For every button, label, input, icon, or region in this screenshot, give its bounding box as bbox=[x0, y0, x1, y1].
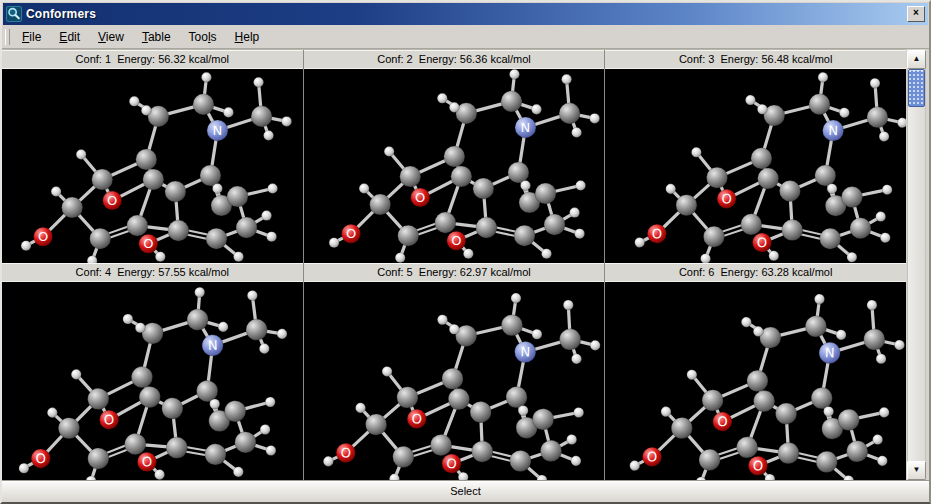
svg-text:O: O bbox=[757, 235, 768, 250]
conformer-panel-2: Conf: 2 Energy: 56.36 kcal/molNOOO bbox=[304, 50, 605, 263]
svg-text:O: O bbox=[35, 451, 46, 466]
magnifier-app-icon bbox=[6, 6, 22, 22]
conformer-view-1[interactable]: NOOO bbox=[2, 69, 303, 263]
svg-text:O: O bbox=[753, 458, 764, 473]
conformer-view-3[interactable]: NOOO bbox=[605, 69, 906, 263]
conformer-view-6[interactable]: NOOO bbox=[605, 282, 906, 480]
conformer-panel-1: Conf: 1 Energy: 56.32 kcal/molNOOO bbox=[2, 50, 303, 263]
conformer-header-2: Conf: 2 Energy: 56.36 kcal/mol bbox=[304, 50, 605, 69]
svg-text:N: N bbox=[520, 120, 530, 135]
svg-text:O: O bbox=[142, 454, 153, 469]
molecule-render-5: NOOO bbox=[304, 282, 605, 480]
scrollbar-track[interactable] bbox=[907, 69, 926, 461]
conformer-grid: Conf: 1 Energy: 56.32 kcal/molNOOOConf: … bbox=[2, 49, 906, 480]
svg-text:O: O bbox=[717, 414, 728, 429]
svg-text:O: O bbox=[411, 411, 422, 426]
conformer-header-6: Conf: 6 Energy: 63.28 kcal/mol bbox=[605, 263, 906, 282]
menu-item-table[interactable]: Table bbox=[133, 27, 180, 47]
conformer-panel-6: Conf: 6 Energy: 63.28 kcal/molNOOO bbox=[605, 263, 906, 480]
svg-text:N: N bbox=[208, 338, 218, 353]
status-bar: Select bbox=[2, 480, 929, 503]
vertical-scrollbar[interactable]: ▲ ▼ bbox=[907, 50, 926, 480]
svg-text:O: O bbox=[652, 226, 663, 241]
title-bar[interactable]: Conformers × bbox=[3, 3, 928, 25]
conformer-panel-5: Conf: 5 Energy: 62.97 kcal/molNOOO bbox=[304, 263, 605, 480]
conformer-panel-3: Conf: 3 Energy: 56.48 kcal/molNOOO bbox=[605, 50, 906, 263]
scroll-down-button[interactable]: ▼ bbox=[907, 461, 926, 480]
menu-bar: FileEditViewTableToolsHelp bbox=[2, 25, 929, 49]
svg-text:O: O bbox=[143, 236, 153, 251]
conformer-view-4[interactable]: NOOO bbox=[2, 282, 303, 480]
molecule-render-3: NOOO bbox=[605, 69, 906, 263]
menu-item-help[interactable]: Help bbox=[226, 27, 269, 47]
menu-item-file[interactable]: File bbox=[13, 27, 50, 47]
svg-text:O: O bbox=[346, 226, 356, 241]
svg-text:O: O bbox=[647, 449, 658, 464]
svg-text:O: O bbox=[722, 191, 733, 206]
molecule-render-2: NOOO bbox=[304, 69, 605, 263]
conformer-header-4: Conf: 4 Energy: 57.55 kcal/mol bbox=[2, 263, 303, 282]
molecule-render-4: NOOO bbox=[2, 282, 303, 480]
svg-text:N: N bbox=[213, 123, 223, 138]
main-area: Conf: 1 Energy: 56.32 kcal/molNOOOConf: … bbox=[2, 49, 929, 480]
menu-item-edit[interactable]: Edit bbox=[50, 27, 89, 47]
molecule-render-1: NOOO bbox=[2, 69, 303, 263]
conformer-panel-4: Conf: 4 Energy: 57.55 kcal/molNOOO bbox=[2, 263, 303, 480]
conformer-header-3: Conf: 3 Energy: 56.48 kcal/mol bbox=[605, 50, 906, 69]
conformer-view-5[interactable]: NOOO bbox=[304, 282, 605, 480]
svg-text:N: N bbox=[825, 345, 835, 360]
svg-text:N: N bbox=[828, 123, 838, 138]
svg-text:N: N bbox=[520, 344, 530, 359]
conformer-header-5: Conf: 5 Energy: 62.97 kcal/mol bbox=[304, 263, 605, 282]
conformers-window: Conformers × FileEditViewTableToolsHelp … bbox=[0, 0, 931, 504]
svg-text:O: O bbox=[107, 193, 117, 208]
conformer-header-1: Conf: 1 Energy: 56.32 kcal/mol bbox=[2, 50, 303, 69]
molecule-render-6: NOOO bbox=[605, 282, 906, 480]
svg-text:O: O bbox=[451, 233, 461, 248]
svg-text:O: O bbox=[415, 190, 425, 205]
menubar-grip-handle[interactable] bbox=[5, 29, 10, 45]
conformer-view-2[interactable]: NOOO bbox=[304, 69, 605, 263]
svg-text:O: O bbox=[446, 456, 457, 471]
scrollbar-thumb[interactable] bbox=[908, 69, 925, 107]
svg-text:O: O bbox=[38, 229, 48, 244]
svg-text:O: O bbox=[340, 445, 351, 460]
menu-item-view[interactable]: View bbox=[89, 27, 133, 47]
close-button[interactable]: × bbox=[907, 6, 925, 22]
menu-item-tools[interactable]: Tools bbox=[180, 27, 226, 47]
window-title: Conformers bbox=[26, 7, 96, 21]
svg-text:O: O bbox=[104, 412, 115, 427]
scroll-up-button[interactable]: ▲ bbox=[907, 50, 926, 69]
